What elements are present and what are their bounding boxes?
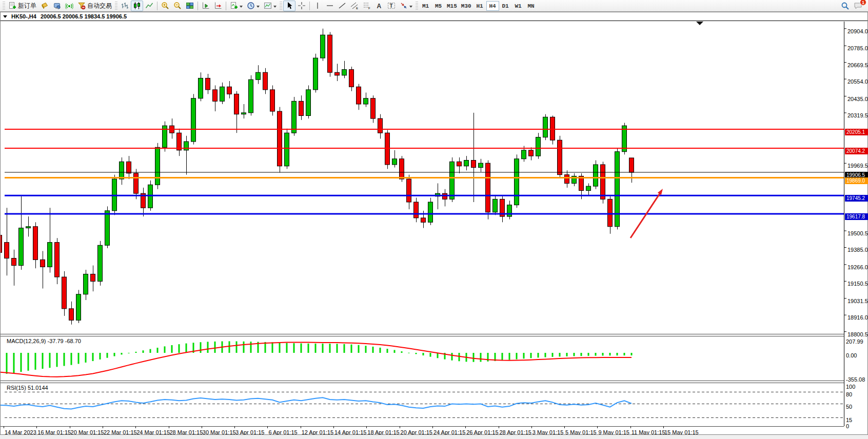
bar-chart-button[interactable]: [119, 1, 131, 11]
timeframe-h4[interactable]: H4: [486, 1, 499, 11]
new-order-label: 新订单: [18, 2, 36, 10]
chart-shift-marker[interactable]: [696, 22, 703, 25]
crosshair-button[interactable]: [295, 1, 308, 11]
arrows-button[interactable]: [398, 1, 415, 11]
arrows-icon: [400, 2, 408, 10]
timeframe-d1[interactable]: D1: [499, 1, 512, 11]
search-button[interactable]: [839, 1, 852, 11]
zoom-in-icon: [161, 2, 169, 10]
timeframe-h1[interactable]: H1: [474, 1, 486, 11]
arrows-dropdown-caret[interactable]: [409, 6, 412, 9]
templates-button[interactable]: [262, 1, 279, 11]
cursor-icon: [285, 2, 293, 10]
rsi-line: [1, 397, 632, 409]
toolbar-drag-handle[interactable]: [416, 2, 418, 10]
timeframe-group: M1M5M15M30H1H4D1W1MN: [419, 1, 538, 11]
application-window: 新订单 自动交易: [0, 0, 868, 439]
rsi-indicator[interactable]: [1, 392, 844, 417]
chart-shift-button[interactable]: [212, 1, 224, 11]
timeframe-mn[interactable]: MN: [525, 1, 538, 11]
trend-arrow-annotation[interactable]: [630, 193, 660, 238]
new-order-icon: [8, 2, 16, 10]
indicators-icon: [230, 2, 238, 10]
status-strip: [0, 435, 868, 439]
trendline-button[interactable]: [336, 1, 348, 11]
text-icon: A: [375, 2, 383, 10]
notification-badge: 1: [860, 0, 866, 6]
terminal-icon: [53, 2, 61, 10]
toolbar-drag-handle[interactable]: [115, 2, 117, 10]
svg-text:F: F: [368, 7, 370, 10]
zoom-out-button[interactable]: [171, 1, 184, 11]
chart-ohlc-values: 20006.5 20006.5 19834.5 19906.5: [41, 13, 127, 19]
market-watch-icon: [41, 2, 49, 10]
candlestick-chart-button[interactable]: [131, 1, 143, 11]
periods-dropdown-caret[interactable]: [257, 6, 260, 9]
timeframe-w1[interactable]: W1: [512, 1, 525, 11]
horizontal-line-button[interactable]: [324, 1, 336, 11]
auto-scroll-icon: [202, 2, 210, 10]
line-chart-icon: [145, 2, 153, 10]
vertical-line-button[interactable]: [311, 1, 324, 11]
toolbar-drag-handle[interactable]: [280, 2, 282, 10]
trend-arrow-head: [658, 189, 663, 195]
indicators-button[interactable]: [228, 1, 245, 11]
cursor-button[interactable]: [283, 1, 295, 11]
auto-scroll-button[interactable]: [200, 1, 212, 11]
search-icon: [841, 2, 850, 10]
tile-windows-button[interactable]: [184, 1, 196, 11]
zoom-out-icon: [173, 2, 182, 10]
new-order-button[interactable]: 新订单: [6, 1, 38, 11]
equidistant-channel-button[interactable]: E: [348, 1, 361, 11]
templates-icon: [264, 2, 272, 10]
text-label-icon: T: [387, 2, 396, 10]
zoom-in-button[interactable]: [159, 1, 171, 11]
templates-dropdown-caret[interactable]: [273, 6, 277, 9]
candlestick-chart-icon: [133, 2, 141, 10]
auto-trading-label: 自动交易: [87, 2, 112, 10]
auto-trading-icon: [77, 2, 86, 10]
periods-icon: [247, 2, 255, 10]
timeframe-m5[interactable]: M5: [432, 1, 445, 11]
time-axis[interactable]: [1, 426, 844, 435]
trendline-icon: [338, 2, 346, 10]
fibonacci-icon: F: [363, 2, 371, 10]
chart-window: HK50-,H4 20006.5 20006.5 19834.5 19906.5…: [0, 12, 868, 435]
text-button[interactable]: A: [373, 1, 385, 11]
text-label-button[interactable]: T: [385, 1, 398, 11]
toolbar-drag-handle[interactable]: [3, 2, 5, 10]
svg-text:T: T: [390, 3, 393, 9]
vertical-line-icon: [313, 2, 322, 10]
terminal-button[interactable]: [51, 1, 63, 11]
equidistant-channel-icon: E: [350, 2, 359, 10]
svg-text:A: A: [377, 3, 382, 10]
tile-windows-icon: [186, 2, 194, 10]
signal-icon: [65, 2, 73, 10]
line-chart-button[interactable]: [143, 1, 155, 11]
market-watch-button[interactable]: [38, 1, 51, 11]
fibonacci-button[interactable]: F: [361, 1, 373, 11]
horizontal-line-icon: [326, 2, 334, 10]
indicators-dropdown-caret[interactable]: [240, 6, 243, 9]
chart-menu-icon[interactable]: [3, 15, 7, 20]
signal-button[interactable]: [63, 1, 75, 11]
crosshair-icon: [298, 2, 306, 10]
svg-text:E: E: [356, 7, 358, 10]
price-axis[interactable]: [844, 22, 868, 426]
auto-trading-button[interactable]: 自动交易: [75, 1, 114, 11]
chart-title-bar: HK50-,H4 20006.5 20006.5 19834.5 19906.5: [1, 12, 867, 21]
bar-chart-icon: [121, 2, 129, 10]
chart-canvas[interactable]: [1, 22, 868, 427]
timeframe-m30[interactable]: M30: [459, 1, 474, 11]
macd-indicator[interactable]: [1, 341, 633, 376]
notifications-button[interactable]: 1: [852, 1, 865, 11]
candles-layer[interactable]: [1, 29, 634, 325]
timeframe-m1[interactable]: M1: [419, 1, 432, 11]
timeframe-m15[interactable]: M15: [445, 1, 459, 11]
toolbar: 新订单 自动交易: [0, 0, 868, 12]
chart-symbol-period: HK50-,H4: [11, 13, 36, 19]
periods-button[interactable]: [245, 1, 262, 11]
chart-shift-icon: [214, 2, 222, 10]
